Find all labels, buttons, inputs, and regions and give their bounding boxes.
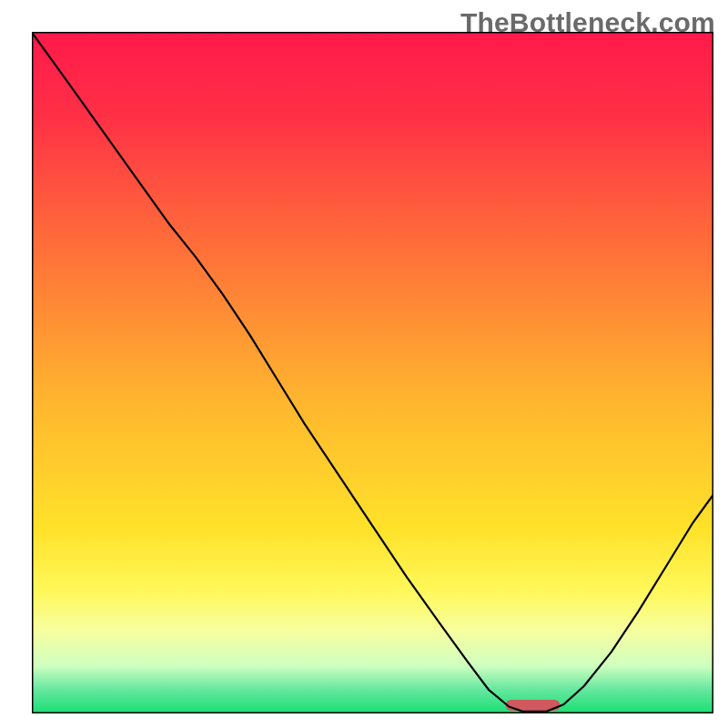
- gradient-background: [32, 32, 713, 713]
- chart-container: TheBottleneck.com: [0, 0, 728, 728]
- chart-svg: [32, 32, 713, 713]
- plot-area: [32, 32, 713, 713]
